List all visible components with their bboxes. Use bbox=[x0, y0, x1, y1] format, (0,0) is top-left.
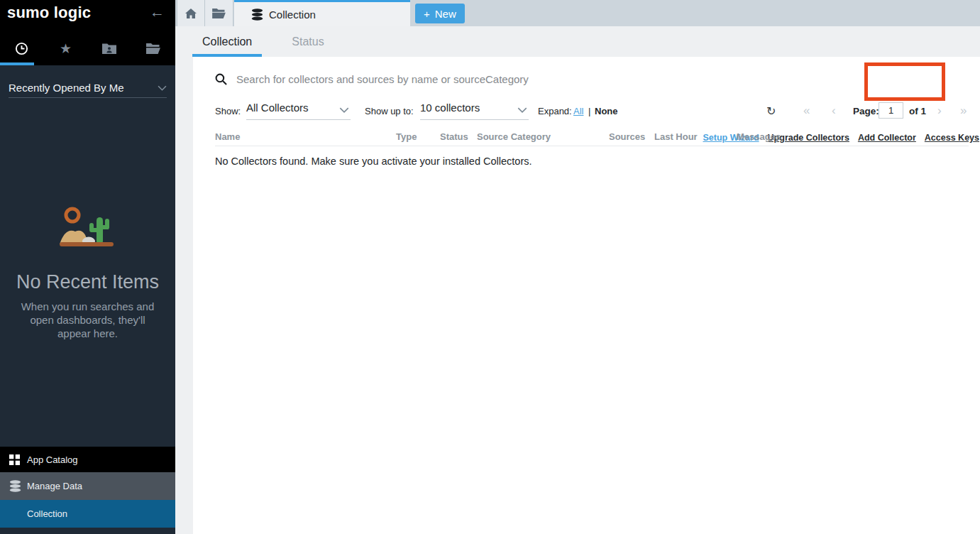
last-page-icon[interactable]: » bbox=[960, 104, 967, 118]
database-icon bbox=[9, 480, 22, 492]
show-label: Show: bbox=[215, 106, 241, 116]
sidebar-icon-tabs: ★ bbox=[0, 34, 175, 62]
sidebar-menu: App Catalog Manage Data Collection bbox=[0, 447, 175, 528]
sumo-logic-logo: sumo logic bbox=[7, 4, 91, 22]
column-header-sources[interactable]: Sources bbox=[609, 131, 645, 142]
expand-all-link[interactable]: All bbox=[573, 106, 583, 116]
collection-tab[interactable]: Collection bbox=[234, 0, 410, 26]
expand-divider: | bbox=[588, 106, 590, 116]
subtab-collection[interactable]: Collection bbox=[192, 26, 262, 57]
column-header-last-hour[interactable]: Last Hour bbox=[654, 131, 698, 142]
sidebar-header: sumo logic ← ★ bbox=[0, 0, 175, 65]
tab-library[interactable] bbox=[131, 34, 175, 62]
column-header-status[interactable]: Status bbox=[440, 131, 468, 142]
page-number-input[interactable] bbox=[879, 102, 903, 119]
desert-illustration bbox=[0, 206, 175, 251]
sidebar-item-app-catalog[interactable]: App Catalog bbox=[0, 447, 175, 472]
database-icon bbox=[251, 9, 263, 21]
no-recent-items-text: When you run searches and open dashboard… bbox=[14, 300, 161, 340]
open-folder-icon bbox=[146, 43, 160, 54]
first-page-icon[interactable]: « bbox=[803, 104, 810, 118]
tab-favorites[interactable]: ★ bbox=[44, 34, 88, 62]
sidebar-item-label: Manage Data bbox=[27, 481, 82, 491]
table-header-divider bbox=[215, 146, 969, 146]
filter-toolbar: Show: All Collectors Show up to: 10 coll… bbox=[193, 102, 980, 124]
sidebar-item-label: App Catalog bbox=[27, 454, 78, 465]
limit-select-value: 10 collectors bbox=[420, 102, 480, 114]
expand-none-link[interactable]: None bbox=[595, 106, 618, 116]
chevron-down-icon bbox=[517, 107, 527, 113]
home-icon bbox=[185, 9, 197, 18]
show-select-value: All Collectors bbox=[246, 102, 309, 114]
new-button-label: New bbox=[435, 8, 456, 20]
search-icon bbox=[215, 73, 227, 85]
column-header-messages[interactable]: Messages bbox=[737, 131, 781, 142]
chevron-down-icon bbox=[339, 107, 349, 113]
recent-filter-label: Recently Opened By Me bbox=[9, 82, 124, 94]
grid-icon bbox=[9, 454, 22, 465]
limit-select[interactable]: 10 collectors bbox=[420, 102, 529, 120]
collapse-sidebar-icon[interactable]: ← bbox=[150, 4, 165, 21]
page-of-label: of 1 bbox=[909, 106, 926, 116]
sun bbox=[66, 209, 79, 222]
open-folder-icon bbox=[212, 8, 226, 18]
collection-tab-label: Collection bbox=[269, 9, 316, 21]
tab-shared-folders[interactable] bbox=[88, 34, 132, 62]
recent-filter-dropdown[interactable]: Recently Opened By Me bbox=[9, 78, 167, 98]
main-area: Collection + New Collection Status Setup… bbox=[175, 0, 980, 534]
sidebar-item-manage-data[interactable]: Manage Data bbox=[0, 472, 175, 500]
search-bar bbox=[215, 68, 690, 89]
refresh-icon[interactable]: ↻ bbox=[766, 104, 776, 118]
no-recent-items-title: No Recent Items bbox=[0, 271, 175, 293]
clock-icon bbox=[15, 42, 28, 55]
expand-label: Expand: bbox=[538, 106, 572, 116]
new-tab-button[interactable]: + New bbox=[415, 4, 465, 23]
star-icon: ★ bbox=[60, 40, 72, 57]
collectors-table-header: Name Type Status Source Category Sources… bbox=[193, 131, 980, 146]
show-select[interactable]: All Collectors bbox=[246, 102, 351, 120]
subtab-status[interactable]: Status bbox=[282, 26, 334, 57]
plus-icon: + bbox=[424, 8, 430, 20]
show-up-to-label: Show up to: bbox=[365, 106, 414, 116]
page-label: Page: bbox=[853, 106, 879, 116]
collection-panel: Setup Wizard Upgrade Collectors Add Coll… bbox=[193, 57, 980, 534]
next-page-icon[interactable]: › bbox=[937, 104, 942, 118]
main-body: Setup Wizard Upgrade Collectors Add Coll… bbox=[175, 57, 980, 534]
collection-subnav: Collection Status bbox=[175, 26, 980, 57]
search-input[interactable] bbox=[236, 73, 690, 85]
no-collectors-message: No Collectors found. Make sure you activ… bbox=[215, 156, 532, 167]
sidebar-item-label: Collection bbox=[27, 508, 67, 519]
column-header-name[interactable]: Name bbox=[215, 131, 240, 142]
chevron-down-icon bbox=[158, 85, 167, 91]
home-button[interactable] bbox=[177, 0, 205, 26]
column-header-source-category[interactable]: Source Category bbox=[477, 131, 551, 142]
sidebar-item-collection[interactable]: Collection bbox=[0, 500, 175, 528]
prev-page-icon[interactable]: ‹ bbox=[832, 104, 836, 118]
active-tab-indicator bbox=[0, 62, 34, 65]
column-header-type[interactable]: Type bbox=[396, 131, 417, 142]
people-folder-icon bbox=[102, 43, 116, 54]
library-button[interactable] bbox=[205, 0, 233, 26]
tab-recents[interactable] bbox=[0, 34, 44, 62]
tab-strip: Collection + New bbox=[175, 0, 980, 26]
sidebar: sumo logic ← ★ Rece bbox=[0, 0, 175, 534]
